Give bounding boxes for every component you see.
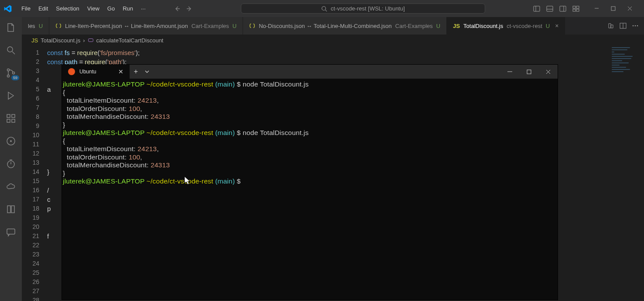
title-bar: File Edit Selection View Go Run ··· ct-v…: [0, 0, 644, 17]
terminal-content[interactable]: jluterek@JAMES-LAPTOP ~/code/ct-vscode-r…: [62, 79, 558, 187]
svg-rect-4: [547, 6, 553, 11]
svg-point-36: [635, 25, 636, 27]
chat-icon[interactable]: [5, 226, 17, 238]
timer-icon[interactable]: [5, 158, 17, 170]
svg-rect-9: [576, 6, 579, 8]
svg-point-18: [7, 69, 10, 71]
explorer-icon[interactable]: [5, 21, 17, 34]
menu-selection[interactable]: Selection: [52, 3, 83, 14]
extensions-icon[interactable]: [5, 112, 17, 125]
title-right: [533, 2, 638, 15]
command-center[interactable]: ct-vscode-rest [WSL: Ubuntu]: [241, 3, 485, 14]
terminal-minimize[interactable]: [500, 65, 519, 79]
tab-les[interactable]: les U: [22, 17, 49, 35]
split-icon[interactable]: [620, 22, 627, 29]
terminal-dropdown-icon[interactable]: [142, 68, 152, 76]
layout-left-icon[interactable]: [533, 5, 540, 12]
window-minimize[interactable]: [588, 2, 605, 15]
svg-rect-21: [7, 114, 10, 118]
svg-point-0: [322, 6, 326, 10]
tab-no-discounts-diff[interactable]: No-Discounts.json ↔ Total-Line-Multi-Com…: [243, 17, 447, 35]
cloud-icon[interactable]: [5, 180, 17, 193]
run-debug-icon[interactable]: [5, 90, 17, 102]
svg-point-19: [7, 75, 10, 77]
tab-totaldiscount[interactable]: JS TotalDiscount.js ct-vscode-rest U ×: [447, 17, 565, 35]
terminal-tab-ubuntu[interactable]: Ubuntu ✕: [62, 65, 130, 79]
svg-rect-23: [12, 119, 15, 122]
nav-back-icon[interactable]: [174, 5, 181, 12]
js-icon: JS: [453, 23, 460, 29]
terminal-new-tab[interactable]: +: [130, 68, 142, 76]
vscode-logo-icon: [3, 4, 12, 13]
json-icon: [249, 23, 255, 29]
more-icon[interactable]: [632, 22, 639, 29]
terminal-tabbar: Ubuntu ✕ +: [62, 65, 558, 79]
editor-tabs: les U Line-Item-Percent.json ↔ Line-Item…: [22, 17, 644, 35]
svg-line-17: [12, 52, 15, 54]
svg-rect-24: [12, 114, 15, 118]
minimap[interactable]: [612, 47, 638, 86]
terminal-window: Ubuntu ✕ + jluterek@JAMES-LAPTOP ~/code/…: [62, 65, 558, 300]
scm-badge: 59: [11, 75, 19, 80]
svg-point-20: [13, 72, 15, 74]
menu-file[interactable]: File: [17, 3, 34, 14]
menu-bar: File Edit Selection View Go Run ···: [17, 3, 150, 14]
svg-rect-22: [7, 119, 10, 122]
svg-line-1: [325, 10, 327, 11]
js-icon: JS: [31, 37, 38, 44]
svg-rect-30: [7, 206, 10, 213]
remote-explorer-icon[interactable]: [5, 135, 17, 147]
method-icon: [88, 37, 94, 43]
ubuntu-logo-icon: [68, 68, 75, 75]
menu-more[interactable]: ···: [137, 3, 150, 14]
svg-rect-40: [527, 70, 531, 74]
tab-line-item-diff[interactable]: Line-Item-Percent.json ↔ Line-Item-Amoun…: [49, 17, 243, 35]
svg-rect-31: [11, 206, 14, 213]
menu-view[interactable]: View: [83, 3, 103, 14]
layout-grid-icon[interactable]: [572, 5, 579, 12]
source-control-icon[interactable]: 59: [5, 67, 17, 79]
svg-rect-32: [7, 229, 15, 234]
layout-right-icon[interactable]: [559, 5, 566, 12]
nav-forward-icon[interactable]: [186, 5, 193, 12]
svg-point-35: [633, 25, 634, 27]
menu-edit[interactable]: Edit: [34, 3, 52, 14]
nav-arrows: [174, 5, 193, 12]
search-icon: [321, 6, 327, 12]
svg-point-37: [637, 25, 638, 27]
json-icon: [55, 23, 62, 29]
svg-rect-6: [560, 6, 566, 11]
menu-run[interactable]: Run: [119, 3, 137, 14]
search-icon[interactable]: [5, 44, 17, 56]
svg-rect-8: [573, 6, 575, 8]
menu-go[interactable]: Go: [103, 3, 119, 14]
breadcrumb[interactable]: JS TotalDiscount.js › calculateTotalCart…: [22, 35, 644, 46]
command-center-text: ct-vscode-rest [WSL: Ubuntu]: [331, 5, 405, 12]
svg-point-26: [10, 140, 12, 142]
activity-bar: 59: [0, 17, 22, 301]
svg-rect-13: [611, 7, 615, 10]
window-close[interactable]: [621, 2, 638, 15]
line-gutter: 1234567891011121314151617181920212223242…: [22, 46, 47, 301]
svg-rect-10: [573, 9, 575, 11]
svg-rect-38: [88, 39, 93, 42]
terminal-maximize[interactable]: [519, 65, 538, 79]
svg-rect-2: [534, 6, 540, 11]
terminal-close[interactable]: [538, 65, 558, 79]
compare-icon[interactable]: [607, 22, 614, 29]
svg-rect-11: [576, 9, 579, 11]
tab-close-icon[interactable]: ×: [555, 22, 558, 29]
window-maximize[interactable]: [605, 2, 621, 15]
db-icon[interactable]: [5, 203, 17, 215]
terminal-tab-close-icon[interactable]: ✕: [118, 68, 123, 75]
layout-bottom-icon[interactable]: [546, 5, 553, 12]
svg-point-16: [7, 47, 13, 52]
